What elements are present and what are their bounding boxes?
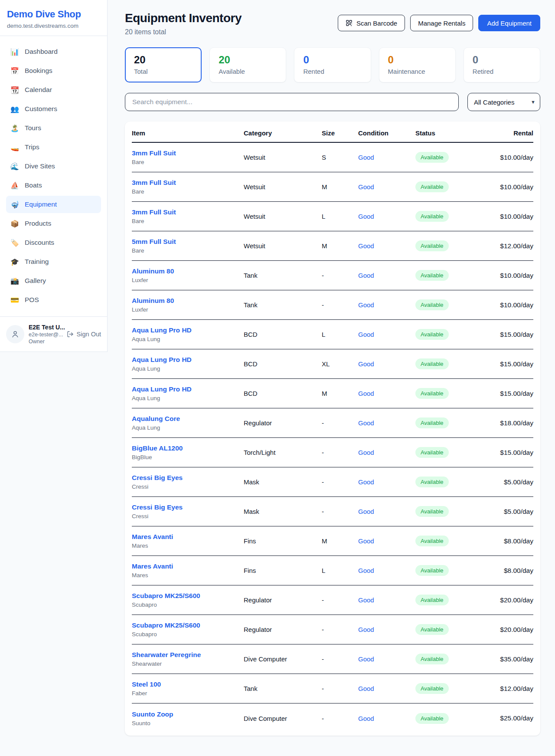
item-brand: Aqua Lung: [132, 336, 244, 342]
stat-label: Rented: [303, 68, 362, 75]
condition-link[interactable]: Good: [358, 183, 415, 191]
sidebar-item-training[interactable]: 🎓 Training: [6, 253, 101, 270]
item-name-link[interactable]: Aqualung Core: [132, 415, 244, 423]
stat-card-retired[interactable]: 0 Retired: [464, 47, 540, 82]
status-badge: Available: [415, 388, 449, 399]
item-name-link[interactable]: Suunto Zoop: [132, 710, 244, 718]
search-input[interactable]: [125, 93, 459, 111]
item-name-link[interactable]: Scubapro MK25/S600: [132, 592, 244, 600]
user-name: E2E Test U...: [29, 324, 62, 331]
status-cell: Available: [415, 624, 485, 635]
sidebar-item-pos[interactable]: 💳 POS: [6, 291, 101, 309]
stat-card-total[interactable]: 20 Total: [125, 47, 202, 82]
condition-link[interactable]: Good: [358, 154, 415, 161]
sidebar-item-label: Discounts: [25, 239, 54, 247]
table-row: Aqua Lung Pro HD Aqua Lung BCD L Good Av…: [132, 320, 533, 349]
item-name-link[interactable]: Scubapro MK25/S600: [132, 621, 244, 629]
status-cell: Available: [415, 358, 485, 369]
stat-card-rented[interactable]: 0 Rented: [294, 47, 371, 82]
condition-link[interactable]: Good: [358, 567, 415, 574]
condition-link[interactable]: Good: [358, 655, 415, 663]
item-brand: Mares: [132, 572, 244, 579]
status-badge: Available: [415, 329, 449, 340]
sidebar-item-trips[interactable]: 🚤 Trips: [6, 138, 101, 156]
item-name-link[interactable]: 3mm Full Suit: [132, 208, 244, 216]
item-brand: Cressi: [132, 483, 244, 490]
condition-link[interactable]: Good: [358, 449, 415, 456]
sign-out-button[interactable]: Sign Out: [67, 331, 101, 338]
sidebar-item-products[interactable]: 📦 Products: [6, 215, 101, 232]
condition-link[interactable]: Good: [358, 242, 415, 250]
item-name-link[interactable]: Aqua Lung Pro HD: [132, 385, 244, 393]
category-cell: Fins: [244, 537, 322, 545]
shop-name-link[interactable]: Demo Dive Shop: [7, 9, 100, 20]
item-name-link[interactable]: Steel 100: [132, 680, 244, 688]
item-name-link[interactable]: BigBlue AL1200: [132, 444, 244, 452]
sidebar-item-dive-sites[interactable]: 🌊 Dive Sites: [6, 158, 101, 175]
item-name-link[interactable]: 5mm Full Suit: [132, 238, 244, 246]
category-cell: BCD: [244, 390, 322, 397]
item-name-link[interactable]: Aqua Lung Pro HD: [132, 326, 244, 334]
status-badge: Available: [415, 270, 449, 281]
stat-card-available[interactable]: 20 Available: [209, 47, 286, 82]
condition-link[interactable]: Good: [358, 715, 415, 722]
sidebar-item-customers[interactable]: 👥 Customers: [6, 100, 101, 118]
stat-card-maintenance[interactable]: 0 Maintenance: [379, 47, 456, 82]
table-header-row: Item Category Size Condition Status Rent…: [132, 123, 533, 143]
table-row: 5mm Full Suit Bare Wetsuit M Good Availa…: [132, 231, 533, 261]
condition-link[interactable]: Good: [358, 390, 415, 397]
scan-barcode-button[interactable]: Scan Barcode: [338, 15, 405, 31]
size-cell: -: [322, 508, 358, 515]
item-name-link[interactable]: 3mm Full Suit: [132, 149, 244, 157]
person-icon: [11, 330, 20, 339]
sidebar-item-discounts[interactable]: 🏷️ Discounts: [6, 234, 101, 251]
sidebar-item-equipment[interactable]: 🤿 Equipment: [6, 196, 101, 213]
condition-link[interactable]: Good: [358, 213, 415, 220]
item-brand: Cressi: [132, 513, 244, 519]
condition-link[interactable]: Good: [358, 537, 415, 545]
sidebar-item-label: Bookings: [25, 67, 52, 75]
condition-link[interactable]: Good: [358, 478, 415, 486]
sidebar-item-boats[interactable]: ⛵ Boats: [6, 177, 101, 194]
item-brand: Mares: [132, 542, 244, 549]
dive-sites-icon: 🌊: [10, 162, 19, 171]
item-name-link[interactable]: Aqua Lung Pro HD: [132, 356, 244, 364]
status-cell: Available: [415, 388, 485, 399]
add-equipment-button[interactable]: Add Equipment: [478, 15, 540, 31]
item-name-link[interactable]: Mares Avanti: [132, 533, 244, 541]
condition-link[interactable]: Good: [358, 331, 415, 338]
condition-link[interactable]: Good: [358, 272, 415, 279]
manage-rentals-button[interactable]: Manage Rentals: [410, 15, 473, 31]
condition-link[interactable]: Good: [358, 419, 415, 427]
condition-link[interactable]: Good: [358, 685, 415, 692]
item-cell: Aqua Lung Pro HD Aqua Lung: [132, 356, 244, 372]
item-name-link[interactable]: Mares Avanti: [132, 562, 244, 570]
condition-link[interactable]: Good: [358, 626, 415, 633]
category-cell: Wetsuit: [244, 242, 322, 250]
sidebar-item-calendar[interactable]: 📆 Calendar: [6, 81, 101, 99]
item-name-link[interactable]: Cressi Big Eyes: [132, 474, 244, 482]
item-name-link[interactable]: Shearwater Peregrine: [132, 651, 244, 659]
category-filter[interactable]: All Categories: [467, 93, 540, 111]
item-brand: Aqua Lung: [132, 424, 244, 431]
category-cell: Tank: [244, 272, 322, 279]
status-badge: Available: [415, 211, 449, 222]
size-cell: -: [322, 449, 358, 456]
item-name-link[interactable]: Aluminum 80: [132, 297, 244, 305]
condition-link[interactable]: Good: [358, 360, 415, 368]
size-cell: -: [322, 626, 358, 633]
item-name-link[interactable]: Cressi Big Eyes: [132, 503, 244, 511]
sidebar-item-tours[interactable]: 🏝️ Tours: [6, 119, 101, 137]
sidebar-item-bookings[interactable]: 📅 Bookings: [6, 62, 101, 79]
sidebar-item-gallery[interactable]: 📸 Gallery: [6, 272, 101, 289]
condition-link[interactable]: Good: [358, 596, 415, 604]
condition-link[interactable]: Good: [358, 508, 415, 515]
item-name-link[interactable]: Aluminum 80: [132, 267, 244, 275]
category-cell: Tank: [244, 301, 322, 309]
condition-link[interactable]: Good: [358, 301, 415, 309]
rental-rate: $15.00/day: [485, 390, 533, 398]
item-name-link[interactable]: 3mm Full Suit: [132, 179, 244, 187]
sidebar-item-dashboard[interactable]: 📊 Dashboard: [6, 43, 101, 60]
item-brand: Luxfer: [132, 277, 244, 283]
item-brand: Shearwater: [132, 661, 244, 667]
